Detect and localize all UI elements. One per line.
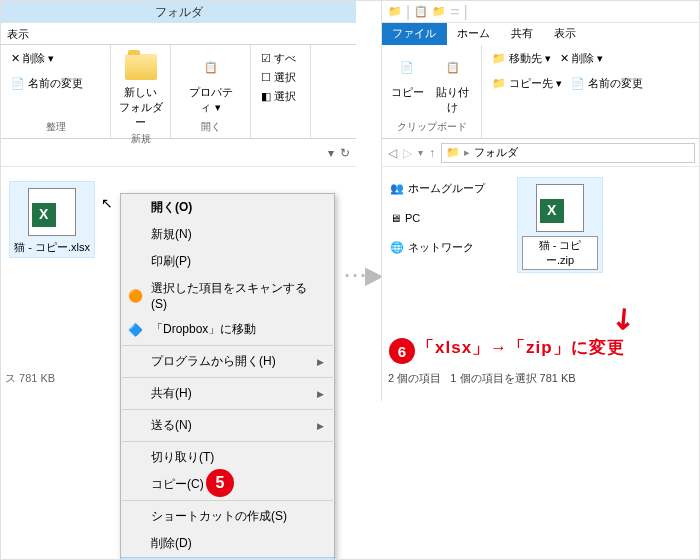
address-bar-left: ▾ ↻ — [1, 139, 356, 167]
titlebar-right: 📁 | 📋 📁 = | — [382, 1, 700, 23]
group-organize-label: 整理 — [9, 118, 102, 134]
network-icon: 🌐 — [390, 241, 404, 254]
folder-icon — [125, 54, 157, 80]
props-mini-icon[interactable]: 📋 — [414, 5, 428, 18]
up-icon[interactable]: ↑ — [429, 146, 435, 160]
callout-5: 5 — [206, 469, 234, 497]
tab-file[interactable]: ファイル — [382, 23, 447, 45]
group-clipboard-label: クリップボード — [390, 118, 473, 134]
callout-6: 6 — [389, 338, 415, 364]
window-title-left: フォルダ — [1, 1, 356, 23]
tab-view[interactable]: 表示 — [544, 23, 587, 45]
status-bar-left: ス 781 KB — [5, 371, 125, 386]
ctx-new[interactable]: 新規(N) — [121, 221, 334, 248]
moveto-button[interactable]: 📁 移動先 ▾ ✕ 削除 ▾ — [490, 49, 692, 68]
ctx-open[interactable]: 開く(O) — [121, 194, 334, 221]
ctx-dropbox[interactable]: 🔷「Dropbox」に移動 — [121, 316, 334, 343]
refresh-icon[interactable]: ▾ — [328, 146, 334, 160]
ribbon-left: ✕ 削除 ▾ 📄 名前の変更 整理 新しい フォルダー 新規 📋 プロパティ ▾… — [1, 45, 356, 139]
folder-mini-icon: 📁 — [446, 146, 460, 159]
ctx-shortcut[interactable]: ショートカットの作成(S) — [121, 503, 334, 530]
chevron-right-icon: ▶ — [317, 421, 324, 431]
file-item-xlsx[interactable]: 猫 - コピー.xlsx — [9, 181, 95, 258]
nav-tree: 👥ホームグループ 🖥PC 🌐ネットワーク — [388, 177, 487, 273]
refresh-icon[interactable]: ↻ — [340, 146, 350, 160]
copyto-button[interactable]: 📁 コピー先 ▾ 📄 名前の変更 — [490, 74, 692, 93]
excel-file-icon — [28, 188, 76, 236]
file-name-right[interactable]: 猫 - コピー.zip — [522, 236, 598, 270]
transition-arrow-icon: ⋯▶ — [343, 261, 381, 289]
forward-icon[interactable]: ▷ — [403, 146, 412, 160]
group-open-label: 開く — [201, 118, 221, 134]
ribbon-tab-row-right: ファイル ホーム 共有 表示 — [382, 23, 700, 45]
select-none-button[interactable]: ☐ 選択 — [259, 68, 302, 87]
cursor-icon: ↖ — [101, 195, 113, 211]
ribbon-right: 📄コピー 📋貼り付け クリップボード 📁 移動先 ▾ ✕ 削除 ▾ 📁 コピー先… — [382, 45, 700, 139]
chevron-right-icon: ▶ — [317, 357, 324, 367]
status-bar-right: 2 個の項目 1 個の項目を選択 781 KB — [388, 371, 576, 386]
ctx-print[interactable]: 印刷(P) — [121, 248, 334, 275]
homegroup-icon: 👥 — [390, 182, 404, 195]
folder-mini-icon[interactable]: 📁 — [432, 5, 446, 18]
ctx-delete[interactable]: 削除(D) — [121, 530, 334, 557]
chevron-right-icon: ▶ — [317, 389, 324, 399]
copy-button[interactable]: 📄コピー — [390, 49, 425, 115]
rename-button[interactable]: 📄 名前の変更 — [9, 74, 102, 93]
tab-view[interactable]: 表示 — [7, 28, 29, 40]
back-icon[interactable]: ◁ — [388, 146, 397, 160]
ctx-send-to[interactable]: 送る(N)▶ — [121, 412, 334, 439]
dropbox-icon: 🔷 — [127, 322, 143, 338]
nav-pc[interactable]: 🖥PC — [388, 208, 487, 228]
ctx-share[interactable]: 共有(H)▶ — [121, 380, 334, 407]
ctx-cut[interactable]: 切り取り(T) — [121, 444, 334, 471]
ribbon-tab-row-left: 表示 — [1, 23, 356, 45]
file-item-zip[interactable]: 猫 - コピー.zip — [517, 177, 603, 273]
tab-share[interactable]: 共有 — [501, 23, 544, 45]
delete-button[interactable]: ✕ 削除 ▾ — [9, 49, 102, 68]
nav-network[interactable]: 🌐ネットワーク — [388, 236, 487, 259]
select-all-button[interactable]: ☑ すべ — [259, 49, 302, 68]
properties-button[interactable]: 📋 プロパティ ▾ — [186, 49, 236, 115]
ctx-scan[interactable]: 🟠選択した項目をスキャンする (S) — [121, 275, 334, 316]
avast-icon: 🟠 — [127, 288, 143, 304]
instruction-text: 「xlsx」→「zip」に変更 — [417, 336, 625, 359]
nav-homegroup[interactable]: 👥ホームグループ — [388, 177, 487, 200]
address-bar-right: ◁ ▷ ▾ ↑ 📁 ▸ フォルダ — [382, 139, 700, 167]
file-name-left: 猫 - コピー.xlsx — [14, 240, 90, 255]
context-menu: 開く(O) 新規(N) 印刷(P) 🟠選択した項目をスキャンする (S) 🔷「D… — [120, 193, 335, 560]
excel-file-icon — [536, 184, 584, 232]
paste-button[interactable]: 📋貼り付け — [433, 49, 473, 115]
breadcrumb[interactable]: 📁 ▸ フォルダ — [441, 143, 695, 163]
folder-mini-icon: 📁 — [388, 5, 402, 18]
new-folder-button[interactable]: 新しい フォルダー — [116, 49, 166, 130]
ctx-open-with[interactable]: プログラムから開く(H)▶ — [121, 348, 334, 375]
tab-home[interactable]: ホーム — [447, 23, 501, 45]
pc-icon: 🖥 — [390, 212, 401, 224]
content-right: 👥ホームグループ 🖥PC 🌐ネットワーク 猫 - コピー.zip — [382, 167, 700, 283]
select-invert-button[interactable]: ◧ 選択 — [259, 87, 302, 106]
group-new-label: 新規 — [131, 130, 151, 146]
